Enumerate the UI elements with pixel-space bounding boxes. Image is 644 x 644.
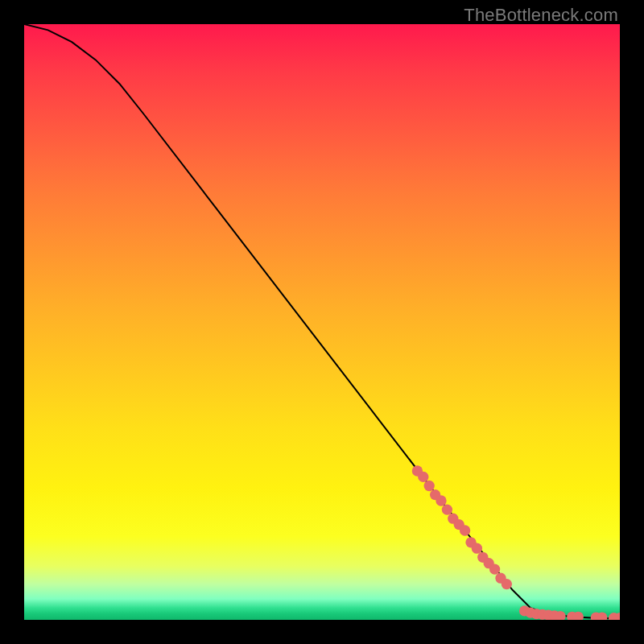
marker-dot — [460, 525, 470, 535]
marker-dot — [424, 481, 435, 491]
chart-frame: TheBottleneck.com — [0, 0, 644, 644]
marker-layer — [412, 465, 620, 620]
plot-area — [24, 24, 620, 620]
marker-dot — [489, 564, 500, 574]
chart-svg — [24, 24, 620, 620]
marker-dot — [436, 495, 446, 506]
marker-dot — [502, 579, 512, 589]
marker-dot — [418, 472, 428, 482]
curve-path — [24, 24, 620, 619]
marker-dot — [472, 543, 482, 554]
marker-dot — [442, 504, 452, 514]
curve-layer — [24, 24, 620, 619]
watermark-text: TheBottleneck.com — [464, 5, 618, 26]
